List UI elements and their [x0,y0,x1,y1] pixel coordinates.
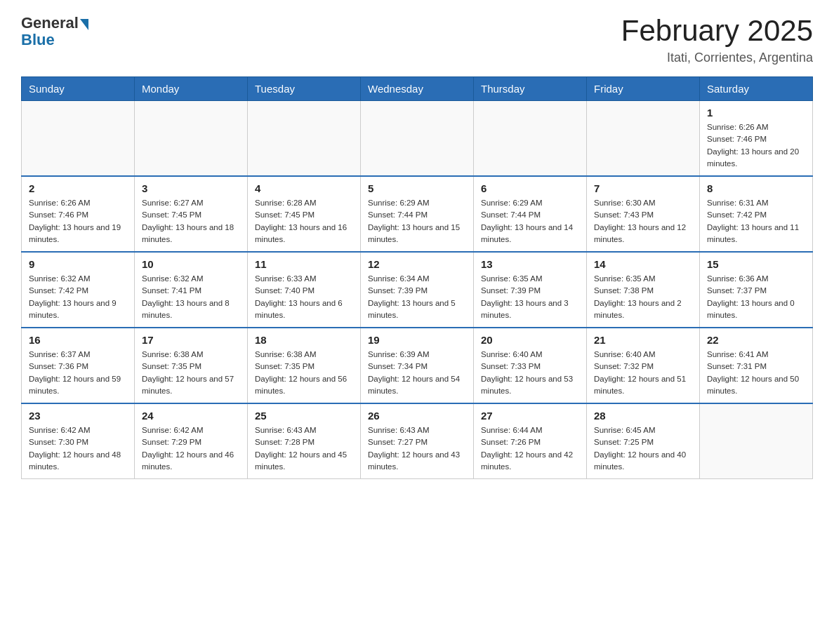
day-number: 2 [29,182,127,194]
calendar-cell: 6Sunrise: 6:29 AMSunset: 7:44 PMDaylight… [474,176,587,252]
day-number: 7 [594,182,692,194]
calendar-cell: 16Sunrise: 6:37 AMSunset: 7:36 PMDayligh… [22,328,135,403]
day-info: Sunrise: 6:45 AMSunset: 7:25 PMDaylight:… [594,424,692,473]
day-info: Sunrise: 6:26 AMSunset: 7:46 PMDaylight:… [29,197,127,246]
calendar-cell: 13Sunrise: 6:35 AMSunset: 7:39 PMDayligh… [474,252,587,328]
day-info: Sunrise: 6:42 AMSunset: 7:30 PMDaylight:… [29,424,127,473]
logo: General Blue [21,14,88,49]
calendar-cell: 4Sunrise: 6:28 AMSunset: 7:45 PMDaylight… [248,176,361,252]
day-info: Sunrise: 6:38 AMSunset: 7:35 PMDaylight:… [142,349,240,397]
day-info: Sunrise: 6:35 AMSunset: 7:38 PMDaylight:… [594,273,692,321]
calendar-cell: 21Sunrise: 6:40 AMSunset: 7:32 PMDayligh… [587,328,700,403]
calendar-week-row: 2Sunrise: 6:26 AMSunset: 7:46 PMDaylight… [22,176,813,252]
calendar-day-header: Tuesday [248,77,361,101]
day-number: 8 [707,182,805,194]
calendar-cell: 11Sunrise: 6:33 AMSunset: 7:40 PMDayligh… [248,252,361,328]
day-info: Sunrise: 6:38 AMSunset: 7:35 PMDaylight:… [255,349,353,397]
day-number: 27 [481,410,579,422]
day-info: Sunrise: 6:28 AMSunset: 7:45 PMDaylight:… [255,197,353,246]
day-info: Sunrise: 6:32 AMSunset: 7:41 PMDaylight:… [142,273,240,321]
day-number: 18 [255,334,353,346]
day-number: 12 [368,258,466,270]
calendar-cell: 20Sunrise: 6:40 AMSunset: 7:33 PMDayligh… [474,328,587,403]
day-number: 14 [594,258,692,270]
calendar-cell: 10Sunrise: 6:32 AMSunset: 7:41 PMDayligh… [135,252,248,328]
month-title: February 2025 [621,14,813,48]
day-number: 24 [142,410,240,422]
day-number: 16 [29,334,127,346]
calendar-cell [361,101,474,177]
calendar-cell: 8Sunrise: 6:31 AMSunset: 7:42 PMDaylight… [700,176,813,252]
calendar-cell: 12Sunrise: 6:34 AMSunset: 7:39 PMDayligh… [361,252,474,328]
day-number: 13 [481,258,579,270]
calendar-cell: 18Sunrise: 6:38 AMSunset: 7:35 PMDayligh… [248,328,361,403]
calendar-cell: 3Sunrise: 6:27 AMSunset: 7:45 PMDaylight… [135,176,248,252]
day-info: Sunrise: 6:43 AMSunset: 7:28 PMDaylight:… [255,424,353,473]
calendar-header-row: SundayMondayTuesdayWednesdayThursdayFrid… [22,77,813,101]
calendar-cell: 2Sunrise: 6:26 AMSunset: 7:46 PMDaylight… [22,176,135,252]
day-number: 3 [142,182,240,194]
calendar-table: SundayMondayTuesdayWednesdayThursdayFrid… [21,76,813,479]
calendar-week-row: 23Sunrise: 6:42 AMSunset: 7:30 PMDayligh… [22,403,813,479]
day-number: 26 [368,410,466,422]
day-number: 17 [142,334,240,346]
calendar-cell [135,101,248,177]
day-info: Sunrise: 6:39 AMSunset: 7:34 PMDaylight:… [368,349,466,397]
day-number: 20 [481,334,579,346]
day-info: Sunrise: 6:30 AMSunset: 7:43 PMDaylight:… [594,197,692,246]
calendar-cell: 17Sunrise: 6:38 AMSunset: 7:35 PMDayligh… [135,328,248,403]
day-info: Sunrise: 6:31 AMSunset: 7:42 PMDaylight:… [707,197,805,246]
calendar-day-header: Friday [587,77,700,101]
day-number: 23 [29,410,127,422]
calendar-day-header: Thursday [474,77,587,101]
calendar-cell: 23Sunrise: 6:42 AMSunset: 7:30 PMDayligh… [22,403,135,479]
title-block: February 2025 Itati, Corrientes, Argenti… [621,14,813,65]
day-info: Sunrise: 6:26 AMSunset: 7:46 PMDaylight:… [707,121,805,170]
location-text: Itati, Corrientes, Argentina [621,51,813,65]
calendar-cell [22,101,135,177]
day-number: 9 [29,258,127,270]
day-info: Sunrise: 6:44 AMSunset: 7:26 PMDaylight:… [481,424,579,473]
day-number: 22 [707,334,805,346]
day-info: Sunrise: 6:42 AMSunset: 7:29 PMDaylight:… [142,424,240,473]
day-number: 28 [594,410,692,422]
calendar-cell: 1Sunrise: 6:26 AMSunset: 7:46 PMDaylight… [700,101,813,177]
calendar-cell: 22Sunrise: 6:41 AMSunset: 7:31 PMDayligh… [700,328,813,403]
calendar-day-header: Sunday [22,77,135,101]
day-info: Sunrise: 6:40 AMSunset: 7:32 PMDaylight:… [594,349,692,397]
calendar-cell: 25Sunrise: 6:43 AMSunset: 7:28 PMDayligh… [248,403,361,479]
day-info: Sunrise: 6:43 AMSunset: 7:27 PMDaylight:… [368,424,466,473]
calendar-cell [248,101,361,177]
calendar-week-row: 9Sunrise: 6:32 AMSunset: 7:42 PMDaylight… [22,252,813,328]
logo-blue-text: Blue [21,31,55,49]
day-number: 10 [142,258,240,270]
day-number: 21 [594,334,692,346]
calendar-week-row: 16Sunrise: 6:37 AMSunset: 7:36 PMDayligh… [22,328,813,403]
calendar-cell: 14Sunrise: 6:35 AMSunset: 7:38 PMDayligh… [587,252,700,328]
calendar-week-row: 1Sunrise: 6:26 AMSunset: 7:46 PMDaylight… [22,101,813,177]
calendar-cell: 7Sunrise: 6:30 AMSunset: 7:43 PMDaylight… [587,176,700,252]
logo-arrow-icon [80,19,88,30]
calendar-cell [700,403,813,479]
calendar-day-header: Monday [135,77,248,101]
day-info: Sunrise: 6:36 AMSunset: 7:37 PMDaylight:… [707,273,805,321]
day-info: Sunrise: 6:37 AMSunset: 7:36 PMDaylight:… [29,349,127,397]
day-info: Sunrise: 6:34 AMSunset: 7:39 PMDaylight:… [368,273,466,321]
day-info: Sunrise: 6:32 AMSunset: 7:42 PMDaylight:… [29,273,127,321]
day-number: 15 [707,258,805,270]
calendar-cell: 5Sunrise: 6:29 AMSunset: 7:44 PMDaylight… [361,176,474,252]
calendar-day-header: Wednesday [361,77,474,101]
day-number: 25 [255,410,353,422]
day-info: Sunrise: 6:35 AMSunset: 7:39 PMDaylight:… [481,273,579,321]
day-number: 6 [481,182,579,194]
day-number: 4 [255,182,353,194]
calendar-cell [587,101,700,177]
day-number: 5 [368,182,466,194]
logo-general-text: General [21,14,79,32]
calendar-cell [474,101,587,177]
page-header: General Blue February 2025 Itati, Corrie… [21,14,813,65]
day-number: 11 [255,258,353,270]
day-info: Sunrise: 6:41 AMSunset: 7:31 PMDaylight:… [707,349,805,397]
day-info: Sunrise: 6:27 AMSunset: 7:45 PMDaylight:… [142,197,240,246]
day-number: 1 [707,107,805,119]
